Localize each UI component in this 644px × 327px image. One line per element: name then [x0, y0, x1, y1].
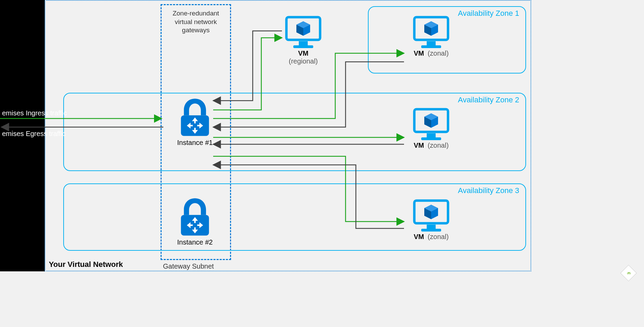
zone-label: Availability Zone 2 [458, 95, 519, 104]
vm-sublabel: (zonal) [428, 49, 449, 57]
caption-line: virtual network [175, 18, 217, 25]
vm-zonal-2: VM (zonal) [407, 107, 455, 149]
caption-line: gateways [182, 26, 209, 34]
egress-traffic-label: emises Egress traffic [2, 130, 66, 138]
vm-sublabel: (zonal) [428, 233, 449, 240]
gateway-subnet-caption: Zone-redundant virtual network gateways [162, 9, 230, 35]
svg-rect-3 [299, 41, 308, 45]
vm-label-row: VM (zonal) [407, 49, 455, 57]
page-indicator-icon: ‹•› [620, 265, 637, 281]
vm-monitor-icon [412, 15, 450, 49]
availability-zone-2: Availability Zone 2 [63, 93, 526, 171]
vm-zonal-3: VM (zonal) [407, 199, 455, 241]
svg-rect-9 [427, 133, 436, 137]
vm-name: VM [414, 142, 424, 149]
vm-monitor-icon [412, 199, 450, 233]
gateway-instance-1: Instance #1 [169, 97, 221, 147]
svg-rect-10 [421, 137, 441, 140]
vm-sublabel: (zonal) [428, 142, 449, 149]
vm-label-row: VM (zonal) [407, 142, 455, 149]
svg-rect-13 [421, 229, 441, 232]
virtual-network-container: Your Virtual Network Zone-redundant virt… [45, 0, 531, 271]
gateway-instance-2: Instance #2 [169, 196, 221, 246]
vm-name: VM [298, 49, 308, 57]
vm-regional: VM (regional) [279, 15, 327, 65]
svg-rect-7 [421, 45, 441, 48]
lock-gateway-icon [176, 97, 214, 137]
instance-label: Instance #2 [169, 238, 221, 246]
vm-sublabel: (regional) [279, 57, 327, 65]
lock-gateway-icon [176, 196, 214, 237]
vm-zonal-1: VM (zonal) [407, 15, 455, 57]
svg-rect-12 [427, 225, 436, 229]
zone-label: Availability Zone 3 [458, 186, 519, 195]
gateway-subnet-label: Gateway Subnet [163, 262, 214, 270]
vm-name: VM [414, 233, 424, 240]
vm-name: VM [414, 49, 424, 57]
virtual-network-label: Your Virtual Network [49, 260, 123, 269]
caption-line: Zone-redundant [173, 10, 219, 17]
vm-monitor-icon [284, 15, 322, 49]
vm-monitor-icon [412, 107, 450, 142]
svg-rect-4 [293, 45, 313, 48]
vm-label-row: VM (zonal) [407, 233, 455, 241]
instance-label: Instance #1 [169, 139, 221, 147]
zone-label: Availability Zone 1 [458, 9, 519, 18]
svg-rect-6 [427, 41, 436, 45]
vm-label-row: VM [279, 49, 327, 57]
ingress-traffic-label: emises Ingress traffic [2, 109, 67, 117]
availability-zone-3: Availability Zone 3 [63, 183, 526, 251]
